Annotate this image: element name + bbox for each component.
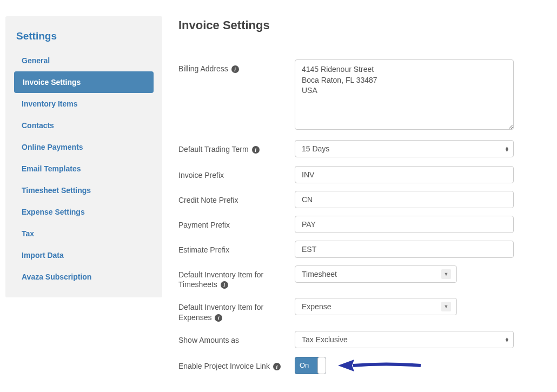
info-icon[interactable]: i	[221, 281, 228, 289]
sidebar-title: Settings	[5, 26, 162, 50]
show-amounts-as-label: Show Amounts as	[178, 331, 295, 345]
default-inv-expenses-label: Default Inventory Item for Expenses i	[178, 298, 295, 322]
default-inv-expenses-select[interactable]: Expense ▼	[295, 298, 457, 315]
svg-marker-0	[338, 360, 354, 371]
credit-note-prefix-label: Credit Note Prefix	[178, 191, 295, 205]
enable-project-invoice-link-toggle[interactable]: On	[295, 357, 326, 374]
invoice-prefix-label: Invoice Prefix	[178, 166, 295, 180]
sidebar-item-avaza-subscription[interactable]: Avaza Subscription	[5, 266, 162, 288]
estimate-prefix-input[interactable]	[295, 241, 514, 258]
payment-prefix-input[interactable]	[295, 216, 514, 233]
enable-project-invoice-link-label: Enable Project Invoice Link i	[178, 357, 295, 371]
toggle-on-label: On	[295, 361, 309, 369]
estimate-prefix-label: Estimate Prefix	[178, 241, 295, 255]
chevron-down-icon: ▼	[441, 269, 451, 279]
sidebar-item-contacts[interactable]: Contacts	[5, 115, 162, 136]
default-inv-timesheets-select[interactable]: Timesheet ▼	[295, 265, 457, 283]
info-icon[interactable]: i	[273, 363, 281, 370]
sidebar-item-inventory-items[interactable]: Inventory Items	[5, 93, 162, 115]
default-trading-term-select[interactable]: 15 Days	[295, 140, 514, 157]
info-icon[interactable]: i	[215, 314, 222, 322]
sidebar-item-tax[interactable]: Tax	[5, 223, 162, 244]
default-inv-timesheets-label: Default Inventory Item for Timesheets i	[178, 265, 295, 289]
sidebar-item-expense-settings[interactable]: Expense Settings	[5, 201, 162, 223]
default-trading-term-label: Default Trading Term i	[178, 140, 295, 154]
chevron-down-icon: ▼	[441, 302, 451, 311]
sidebar-item-import-data[interactable]: Import Data	[5, 244, 162, 266]
sidebar-item-general[interactable]: General	[5, 50, 162, 71]
toggle-handle	[317, 357, 326, 374]
payment-prefix-label: Payment Prefix	[178, 216, 295, 230]
show-amounts-as-select[interactable]: Tax Exclusive	[295, 331, 514, 348]
arrow-annotation-icon	[337, 357, 423, 374]
info-icon[interactable]: i	[252, 146, 260, 154]
sidebar-item-online-payments[interactable]: Online Payments	[5, 136, 162, 158]
billing-address-input[interactable]: 4145 Ridenour Street Boca Raton, FL 3348…	[295, 59, 514, 130]
page-title: Invoice Settings	[178, 18, 514, 32]
billing-address-label: Billing Address i	[178, 59, 295, 74]
credit-note-prefix-input[interactable]	[295, 191, 514, 208]
sidebar-item-email-templates[interactable]: Email Templates	[5, 158, 162, 180]
settings-sidebar: Settings General Invoice Settings Invent…	[5, 16, 162, 297]
sidebar-item-timesheet-settings[interactable]: Timesheet Settings	[5, 180, 162, 201]
main-content: Invoice Settings Billing Address i 4145 …	[178, 5, 552, 383]
invoice-prefix-input[interactable]	[295, 166, 514, 183]
sidebar-item-invoice-settings[interactable]: Invoice Settings	[14, 71, 154, 93]
info-icon[interactable]: i	[231, 65, 239, 73]
